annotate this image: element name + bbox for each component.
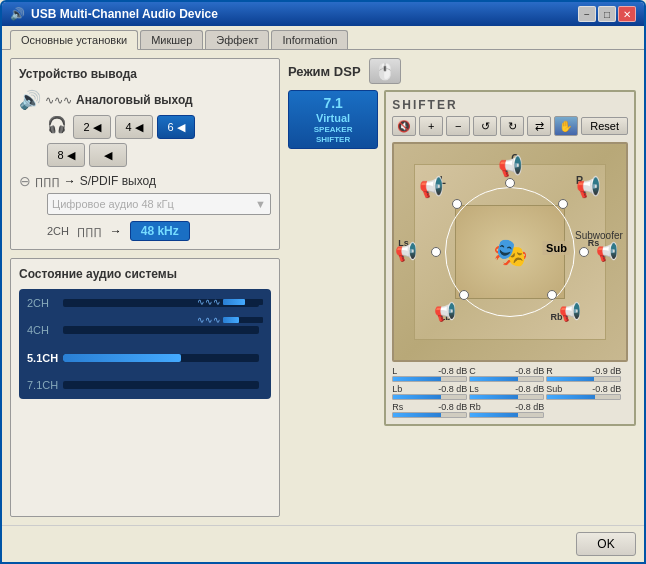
ch-51ch-label: 5.1CH [27,352,59,364]
speaker-L[interactable]: 📢 [419,175,444,199]
level-Lb-db: -0.8 dB [438,384,467,394]
level-L-fill [393,377,440,381]
right-bar-fill-2 [223,317,239,323]
meter-4ch [63,326,259,334]
level-L-label: L [392,366,397,376]
window-icon: 🔊 [10,7,25,21]
maximize-button[interactable]: □ [598,6,616,22]
tab-bar: Основные установки Микшер Эффект Informa… [2,26,644,50]
tab-information[interactable]: Information [271,30,348,49]
ch6-button[interactable]: 6 ◀ [157,115,195,139]
level-R-bar [546,376,621,382]
level-L-header: L -0.8 dB [392,366,467,376]
dsp-mode-button[interactable]: 🖱️ [369,58,401,84]
level-Ls-bar [469,394,544,400]
mute-button[interactable]: 🔇 [392,116,416,136]
speaker-R[interactable]: 📢 [576,175,601,199]
rotate-left-button[interactable]: ↺ [473,116,497,136]
reset-button[interactable]: Reset [581,117,628,135]
speaker-area: 🎭 📢 L 📢 C 📢 R [392,142,628,362]
ch-71ch-label: 7.1CH [27,379,59,391]
spdif-dropdown[interactable]: Цифровое аудио 48 кГц ▼ [47,193,271,215]
output-device-panel: Устройство вывода 🔊 ∿∿∿ Аналоговый выход… [10,58,280,250]
analog-output-row: 🔊 ∿∿∿ Аналоговый выход [19,89,271,111]
level-Sub-header: Sub -0.8 dB [546,384,621,394]
level-Sub-fill [547,395,594,399]
levels-area: L -0.8 dB C -0.8 dB [392,366,628,418]
rotate-right-button[interactable]: ↻ [500,116,524,136]
content-area: Устройство вывода 🔊 ∿∿∿ Аналоговый выход… [2,50,644,525]
close-button[interactable]: ✕ [618,6,636,22]
level-C-bar [469,376,544,382]
output-device-title: Устройство вывода [19,67,271,81]
label-Subwoofer: Subwoofer [575,230,623,241]
level-L-bar [392,376,467,382]
ok-button[interactable]: OK [576,532,636,556]
swap-icon: ⇄ [535,120,544,133]
minus-button[interactable]: − [446,116,470,136]
level-Rs: Rs -0.8 dB [392,402,467,418]
plus-button[interactable]: + [419,116,443,136]
listener-icon: 🎭 [493,236,528,269]
ch-extra-button[interactable]: ◀ [89,143,127,167]
level-Rb: Rb -0.8 dB [469,402,544,418]
speaker-Ls[interactable]: 📢 [395,241,417,263]
level-Sub: Sub -0.8 dB [546,384,621,400]
level-R-label: R [546,366,553,376]
level-R-header: R -0.9 dB [546,366,621,376]
ch2-button[interactable]: 2 ◀ [73,115,111,139]
dot-Lb [459,290,469,300]
swap-button[interactable]: ⇄ [527,116,551,136]
virtual-area: 7.1 Virtual SPEAKER SHIFTER SHIFTER 🔇 + [288,90,636,426]
main-window: 🔊 USB Multi-Channel Audio Device − □ ✕ О… [0,0,646,564]
shifter-toolbar: 🔇 + − ↺ ↻ [392,116,628,136]
title-bar-left: 🔊 USB Multi-Channel Audio Device [10,7,218,21]
level-Rs-header: Rs -0.8 dB [392,402,467,412]
level-Ls-label: Ls [469,384,479,394]
spdif-dropdown-text: Цифровое аудио 48 кГц [52,198,174,210]
level-Rs-fill [393,413,440,417]
speaker-Sub[interactable]: Sub [543,241,570,255]
dsp-title: Режим DSP [288,64,361,79]
speaker-Rs[interactable]: 📢 [596,241,618,263]
level-Sub-label: Sub [546,384,562,394]
dot-L [452,199,462,209]
virtual-badge[interactable]: 7.1 Virtual SPEAKER SHIFTER [288,90,378,149]
level-C-header: C -0.8 dB [469,366,544,376]
tab-miksher[interactable]: Микшер [140,30,203,49]
ch4-button[interactable]: 4 ◀ [115,115,153,139]
status-visual: 2CH 4CH 5.1CH [19,289,271,399]
speaker-Rb[interactable]: 📢 [559,301,581,323]
virtual-subtext: SPEAKER SHIFTER [297,125,369,144]
ch-2ch-label: 2CH [27,297,59,309]
spdif-dropdown-container: Цифровое аудио 48 кГц ▼ [47,193,271,215]
level-Ls: Ls -0.8 dB [469,384,544,400]
minimize-button[interactable]: − [578,6,596,22]
level-Rs-bar [392,412,467,418]
title-bar-buttons: − □ ✕ [578,6,636,22]
tab-effekt[interactable]: Эффект [205,30,269,49]
ch8-button[interactable]: 8 ◀ [47,143,85,167]
right-bar-bg-1 [223,299,263,305]
meter-51ch-fill [63,354,181,362]
shifter-title: SHIFTER [392,98,628,112]
channel-buttons-row2: 8 ◀ ◀ [47,143,271,167]
shifter-box: SHIFTER 🔇 + − ↺ [384,90,636,426]
ch-4ch-label: 4CH [27,324,59,336]
spdif-wave: ∏∏∏ [35,176,60,187]
wave-icon: ∿∿∿ [45,94,72,107]
speaker-Lb[interactable]: 📢 [434,301,456,323]
dropdown-arrow: ▼ [255,198,266,210]
level-C: C -0.8 dB [469,366,544,382]
hand-button[interactable]: ✋ [554,116,578,136]
level-Rs-db: -0.8 dB [438,402,467,412]
spdif-label: S/PDIF выход [80,174,156,188]
left-panel: Устройство вывода 🔊 ∿∿∿ Аналоговый выход… [10,58,280,517]
level-L-db: -0.8 dB [438,366,467,376]
dot-C [505,178,515,188]
minus-icon: − [455,120,461,132]
level-Rb-fill [470,413,517,417]
tab-osnovnye[interactable]: Основные установки [10,30,138,50]
channel-buttons-row1: 🎧 2 ◀ 4 ◀ 6 ◀ [47,115,271,139]
speaker-C[interactable]: 📢 [498,154,523,178]
